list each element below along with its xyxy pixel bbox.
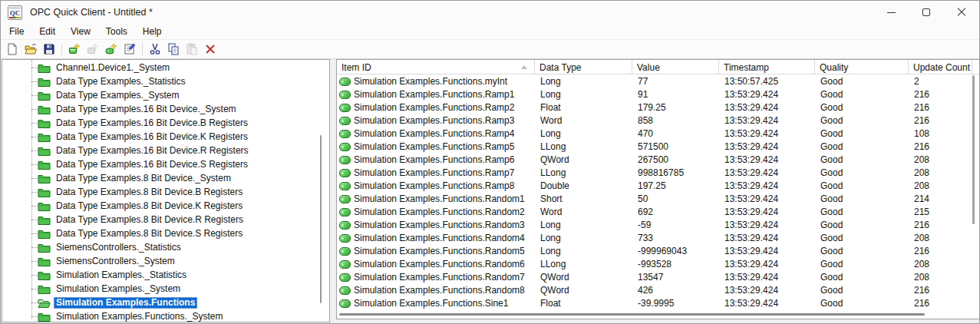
cell-data-type: LLong bbox=[540, 167, 566, 178]
tree-item[interactable]: Data Type Examples.8 Bit Device.K Regist… bbox=[2, 199, 329, 213]
column-header-item-id[interactable]: Item ID bbox=[337, 60, 535, 74]
grid-vertical-scrollbar[interactable] bbox=[972, 75, 975, 224]
tree-item-label[interactable]: Channel1.Device1._System bbox=[54, 62, 172, 74]
tree-item[interactable]: Channel1.Device1._System bbox=[2, 61, 329, 74]
tree-item-label[interactable]: Simulation Examples._System bbox=[54, 283, 183, 295]
tree-connector bbox=[31, 123, 38, 124]
grid-row[interactable]: Simulation Examples.Functions.Ramp2 Floa… bbox=[337, 101, 979, 114]
tree-item[interactable]: Data Type Examples.8 Bit Device.S Regist… bbox=[2, 226, 329, 240]
tree-item-label[interactable]: Data Type Examples.16 Bit Device.B Regis… bbox=[54, 117, 250, 129]
tree-item[interactable]: Simulation Examples._System bbox=[2, 282, 329, 296]
tree-item-label[interactable]: Data Type Examples.8 Bit Device.S Regist… bbox=[54, 228, 245, 240]
column-header-quality[interactable]: Quality bbox=[815, 60, 909, 74]
tree-item[interactable]: Data Type Examples.16 Bit Device._System bbox=[2, 102, 329, 116]
column-header-update-count[interactable]: Update Count bbox=[909, 60, 972, 74]
column-header-value[interactable]: Value bbox=[632, 60, 719, 74]
grid-row[interactable]: Simulation Examples.Functions.Random5 Lo… bbox=[337, 245, 979, 258]
tree-item-label[interactable]: Simulation Examples.Functions._System bbox=[54, 311, 225, 322]
folder-icon bbox=[38, 174, 51, 183]
grid-row[interactable]: Simulation Examples.Functions.Ramp4 Long… bbox=[337, 127, 979, 141]
tree-item-label[interactable]: Data Type Examples._System bbox=[54, 90, 182, 101]
folder-icon bbox=[38, 201, 51, 211]
new-server-connection-button[interactable] bbox=[65, 41, 84, 58]
tree-item[interactable]: Data Type Examples.16 Bit Device.R Regis… bbox=[2, 144, 329, 157]
cut-button[interactable] bbox=[146, 41, 164, 58]
cell-quality: Good bbox=[820, 246, 843, 256]
grid-row[interactable]: Simulation Examples.Functions.Ramp3 Word… bbox=[337, 114, 979, 127]
column-header-label: Value bbox=[637, 62, 660, 73]
tree-item[interactable]: Data Type Examples.8 Bit Device._System bbox=[2, 171, 329, 185]
folder-icon bbox=[38, 118, 51, 128]
grid-body: Simulation Examples.Functions.myInt Long… bbox=[337, 75, 979, 319]
tree-item-label[interactable]: Data Type Examples._Statistics bbox=[54, 76, 188, 88]
grid-row[interactable]: Simulation Examples.Functions.Random8 QW… bbox=[337, 284, 979, 297]
grid-row[interactable]: Simulation Examples.Functions.Random3 Lo… bbox=[337, 219, 979, 232]
save-file-button[interactable] bbox=[40, 41, 58, 58]
grid-row[interactable]: Simulation Examples.Functions.Random6 LL… bbox=[337, 258, 979, 271]
tree-item-label[interactable]: Data Type Examples.8 Bit Device.K Regist… bbox=[54, 200, 245, 212]
tree-item-label[interactable]: Simulation Examples._Statistics bbox=[54, 269, 189, 281]
minimize-button[interactable] bbox=[873, 1, 909, 24]
tree-item[interactable]: SiemensControllers._Statistics bbox=[2, 240, 329, 254]
grid-row[interactable]: Simulation Examples.Functions.Sine1 Floa… bbox=[337, 297, 979, 310]
grid-row[interactable]: Simulation Examples.Functions.Random4 Lo… bbox=[337, 232, 979, 245]
copy-button[interactable] bbox=[164, 41, 183, 58]
grid-row[interactable]: Simulation Examples.Functions.Random1 Sh… bbox=[337, 193, 979, 206]
column-header-timestamp[interactable]: Timestamp bbox=[719, 60, 815, 74]
tree-item-label[interactable]: SiemensControllers._System bbox=[54, 256, 177, 267]
menu-item-help[interactable]: Help bbox=[135, 25, 170, 39]
tree-item-label[interactable]: Data Type Examples.16 Bit Device._System bbox=[54, 104, 239, 115]
grid-row[interactable]: Simulation Examples.Functions.Ramp7 LLon… bbox=[337, 167, 979, 180]
menu-item-file[interactable]: File bbox=[2, 25, 31, 39]
tree-item-label[interactable]: Data Type Examples.8 Bit Device._System bbox=[54, 173, 233, 184]
tree-item-label[interactable]: SiemensControllers._Statistics bbox=[54, 242, 183, 253]
grid-row[interactable]: Simulation Examples.Functions.Ramp8 Doub… bbox=[337, 180, 979, 193]
tree-item[interactable]: Data Type Examples.8 Bit Device.R Regist… bbox=[2, 213, 329, 226]
open-file-button[interactable] bbox=[21, 41, 40, 58]
grid-row[interactable]: Simulation Examples.Functions.Random7 QW… bbox=[337, 271, 979, 284]
cell-update-count: 216 bbox=[914, 141, 929, 152]
tree-item-label[interactable]: Data Type Examples.16 Bit Device.R Regis… bbox=[54, 145, 251, 157]
grid-row[interactable]: Simulation Examples.Functions.Random2 Wo… bbox=[337, 206, 979, 219]
tree-item[interactable]: Simulation Examples._Statistics bbox=[2, 268, 329, 282]
menu-item-edit[interactable]: Edit bbox=[31, 25, 63, 39]
menu-item-view[interactable]: View bbox=[63, 25, 98, 39]
new-document-button[interactable] bbox=[3, 41, 21, 58]
cell-value: 692 bbox=[638, 207, 653, 217]
delete-button[interactable] bbox=[201, 41, 219, 58]
tree-item-label[interactable]: Data Type Examples.16 Bit Device.S Regis… bbox=[54, 159, 250, 170]
tree-item[interactable]: Data Type Examples._Statistics bbox=[2, 74, 329, 88]
cell-quality: Good bbox=[820, 141, 843, 152]
tree-item[interactable]: Data Type Examples.16 Bit Device.K Regis… bbox=[2, 130, 329, 144]
grid-row[interactable]: Simulation Examples.Functions.Ramp6 QWor… bbox=[337, 154, 979, 167]
maximize-button[interactable] bbox=[909, 1, 944, 24]
cell-update-count: 208 bbox=[914, 259, 929, 269]
tree-item[interactable]: Data Type Examples.16 Bit Device.S Regis… bbox=[2, 157, 329, 171]
panel-splitter[interactable] bbox=[331, 59, 336, 322]
tree-item[interactable]: Data Type Examples.16 Bit Device.B Regis… bbox=[2, 116, 329, 130]
tree-item-label[interactable]: Simulation Examples.Functions bbox=[54, 297, 197, 309]
grid-horizontal-scrollbar[interactable] bbox=[339, 313, 925, 316]
tree-connector bbox=[31, 289, 38, 289]
tree-item-label[interactable]: Data Type Examples.8 Bit Device.R Regist… bbox=[54, 214, 246, 226]
close-button[interactable] bbox=[944, 1, 979, 24]
grid-row[interactable]: Simulation Examples.Functions.myInt Long… bbox=[337, 75, 979, 88]
tree-item-label[interactable]: Data Type Examples.16 Bit Device.K Regis… bbox=[54, 131, 250, 143]
tree-item[interactable]: Simulation Examples.Functions._System bbox=[2, 309, 329, 322]
grid-row[interactable]: Simulation Examples.Functions.Ramp5 LLon… bbox=[337, 141, 979, 154]
tree-item[interactable]: SiemensControllers._System bbox=[2, 254, 329, 268]
column-header-data-type[interactable]: Data Type bbox=[535, 60, 632, 74]
new-item-button[interactable] bbox=[102, 41, 120, 58]
menu-item-tools[interactable]: Tools bbox=[98, 25, 135, 39]
cell-timestamp: 13:53:29.424 bbox=[724, 207, 778, 217]
grid-row[interactable]: Simulation Examples.Functions.Ramp1 Long… bbox=[337, 88, 979, 101]
folder-icon bbox=[38, 243, 51, 253]
tree-connector bbox=[31, 109, 38, 110]
tree-item[interactable]: Simulation Examples.Functions bbox=[2, 296, 329, 309]
opc-item-icon bbox=[339, 78, 351, 86]
tree-item[interactable]: Data Type Examples.8 Bit Device.B Regist… bbox=[2, 185, 329, 199]
tree-vertical-scrollbar[interactable] bbox=[320, 135, 322, 303]
tree-item-label[interactable]: Data Type Examples.8 Bit Device.B Regist… bbox=[54, 187, 245, 198]
properties-button[interactable] bbox=[120, 41, 139, 58]
tree-item[interactable]: Data Type Examples._System bbox=[2, 88, 329, 102]
